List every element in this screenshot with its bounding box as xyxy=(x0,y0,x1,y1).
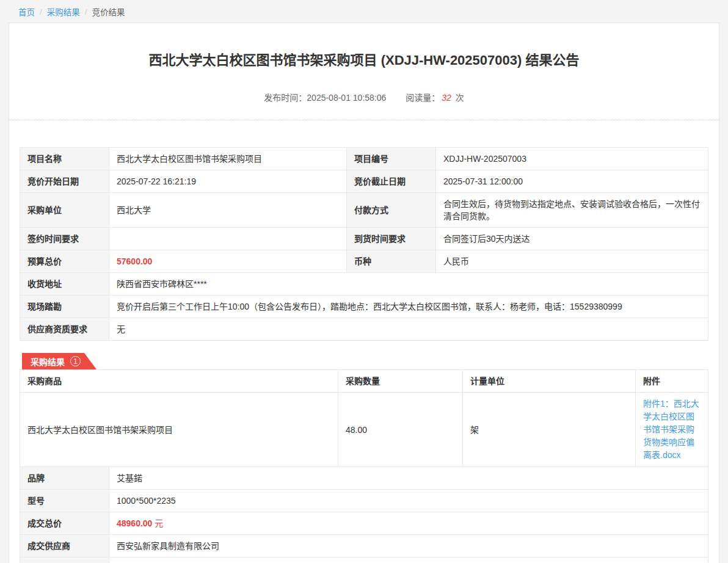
table-header-row: 采购商品 采购数量 计量单位 附件 xyxy=(20,370,708,393)
buyer-value: 西北大学 xyxy=(109,193,347,228)
breadcrumb-separator: / xyxy=(85,7,87,16)
warranty-value: 即时响应（包括电话响应）；电话响应无法解决2小时内到达现场。修复时间12小时内解… xyxy=(109,558,708,563)
unit-value: 架 xyxy=(463,393,636,467)
bid-end-label: 竞价截止日期 xyxy=(347,170,436,193)
attachment-link[interactable]: 附件1：西北大学太白校区图书馆书架采购货物类响应偏离表.docx xyxy=(643,399,699,460)
views-label: 阅读量： xyxy=(406,93,440,103)
deal-price-value: 48960.00 xyxy=(117,518,152,528)
supplier-label: 成交供应商 xyxy=(20,535,109,558)
breadcrumb-current: 竞价结果 xyxy=(92,5,125,18)
bid-start-label: 竞价开始日期 xyxy=(20,170,109,193)
views-count: 32 xyxy=(442,93,451,103)
payment-value: 合同生效后，待货物到达指定地点、安装调试验收合格后，一次性付清合同货款。 xyxy=(436,193,708,228)
breadcrumb-home-link[interactable]: 首页 xyxy=(18,5,35,18)
address-label: 收货地址 xyxy=(20,273,109,296)
budget-label: 预算总价 xyxy=(20,250,109,273)
delivery-time-label: 到货时间要求 xyxy=(347,228,436,250)
budget-value: 57600.00 xyxy=(117,256,152,266)
result-count-badge: 1 xyxy=(70,356,81,366)
site-visit-value: 竞价开启后第三个工作日上午10:00（包含公告发布日），踏勘地点：西北大学太白校… xyxy=(109,296,708,318)
table-row: 成交供应商 西安弘新家具制造有限公司 xyxy=(20,535,708,558)
deal-price-label: 成交总价 xyxy=(20,512,109,535)
brand-value: 艾基鍩 xyxy=(109,467,708,490)
result-table: 采购商品 采购数量 计量单位 附件 西北大学太白校区图书馆书架采购项目 48.0… xyxy=(20,369,708,467)
model-label: 型号 xyxy=(20,490,109,512)
table-row: 竞价开始日期 2025-07-22 16:21:19 竞价截止日期 2025-0… xyxy=(20,170,708,193)
table-row: 品牌 艾基鍩 xyxy=(20,467,708,490)
views-unit: 次 xyxy=(456,93,464,103)
supplier-value: 西安弘新家具制造有限公司 xyxy=(109,535,708,558)
table-row: 收货地址 陕西省西安市碑林区**** xyxy=(20,273,708,296)
deal-price-unit: 元 xyxy=(155,518,163,528)
currency-value: 人民币 xyxy=(436,250,708,273)
project-name-label: 项目名称 xyxy=(20,148,109,170)
site-visit-label: 现场踏勘 xyxy=(20,296,109,318)
buyer-label: 采购单位 xyxy=(20,193,109,228)
announcement-meta: 发布时间：2025-08-01 10:58:06 阅读量：32 次 xyxy=(9,91,719,103)
brand-label: 品牌 xyxy=(20,467,109,490)
project-name-value: 西北大学太白校区图书馆书架采购项目 xyxy=(109,148,347,170)
table-row: 项目名称 西北大学太白校区图书馆书架采购项目 项目编号 XDJJ-HW-2025… xyxy=(20,148,708,170)
project-info-table: 项目名称 西北大学太白校区图书馆书架采购项目 项目编号 XDJJ-HW-2025… xyxy=(20,147,708,341)
table-row: 预算总价 57600.00 币种 人民币 xyxy=(20,250,708,273)
table-row: 西北大学太白校区图书馆书架采购项目 48.00 架 附件1：西北大学太白校区图书… xyxy=(20,393,708,467)
quantity-value: 48.00 xyxy=(338,393,463,467)
delivery-time-value: 合同签订后30天内送达 xyxy=(436,228,708,250)
project-code-label: 项目编号 xyxy=(347,148,436,170)
result-ribbon-label: 采购结果 xyxy=(31,355,65,368)
model-value: 1000*500*2235 xyxy=(109,490,708,512)
publish-time-value: 2025-08-01 10:58:06 xyxy=(307,93,386,103)
sign-time-value xyxy=(109,228,347,250)
table-row: 签约时间要求 到货时间要求 合同签订后30天内送达 xyxy=(20,228,708,250)
bid-start-value: 2025-07-22 16:21:19 xyxy=(109,170,347,193)
breadcrumb: 首页 / 采购结果 / 竞价结果 xyxy=(0,0,728,23)
col-header-product: 采购商品 xyxy=(20,370,338,393)
warranty-label: 质保及售后服务 xyxy=(20,558,109,563)
publish-time-label: 发布时间： xyxy=(264,93,307,103)
announcement-card: 西北大学太白校区图书馆书架采购项目 (XDJJ-HW-202507003) 结果… xyxy=(9,23,719,563)
payment-label: 付款方式 xyxy=(347,193,436,228)
project-code-value: XDJJ-HW-202507003 xyxy=(436,148,708,170)
table-row: 质保及售后服务 即时响应（包括电话响应）；电话响应无法解决2小时内到达现场。修复… xyxy=(20,558,708,563)
address-value: 陕西省西安市碑林区**** xyxy=(109,273,708,296)
sign-time-label: 签约时间要求 xyxy=(20,228,109,250)
qualification-label: 供应商资质要求 xyxy=(20,318,109,341)
result-ribbon-badge: 采购结果 1 xyxy=(22,353,96,369)
dashed-divider xyxy=(9,120,719,120)
bid-end-value: 2025-07-31 12:00:00 xyxy=(436,170,708,193)
currency-label: 币种 xyxy=(347,250,436,273)
table-row: 采购单位 西北大学 付款方式 合同生效后，待货物到达指定地点、安装调试验收合格后… xyxy=(20,193,708,228)
breadcrumb-separator: / xyxy=(40,7,42,16)
col-header-quantity: 采购数量 xyxy=(338,370,463,393)
table-row: 供应商资质要求 无 xyxy=(20,318,708,341)
table-row: 现场踏勘 竞价开启后第三个工作日上午10:00（包含公告发布日），踏勘地点：西北… xyxy=(20,296,708,318)
product-value: 西北大学太白校区图书馆书架采购项目 xyxy=(20,393,338,467)
breadcrumb-section-link[interactable]: 采购结果 xyxy=(47,5,80,18)
page-title: 西北大学太白校区图书馆书架采购项目 (XDJJ-HW-202507003) 结果… xyxy=(46,51,682,70)
qualification-value: 无 xyxy=(109,318,708,341)
table-row: 型号 1000*500*2235 xyxy=(20,490,708,512)
table-row: 成交总价 48960.00 元 xyxy=(20,512,708,535)
result-detail-table: 品牌 艾基鍩 型号 1000*500*2235 成交总价 48960.00 元 … xyxy=(20,467,708,563)
col-header-attachment: 附件 xyxy=(636,370,708,393)
col-header-unit: 计量单位 xyxy=(463,370,636,393)
